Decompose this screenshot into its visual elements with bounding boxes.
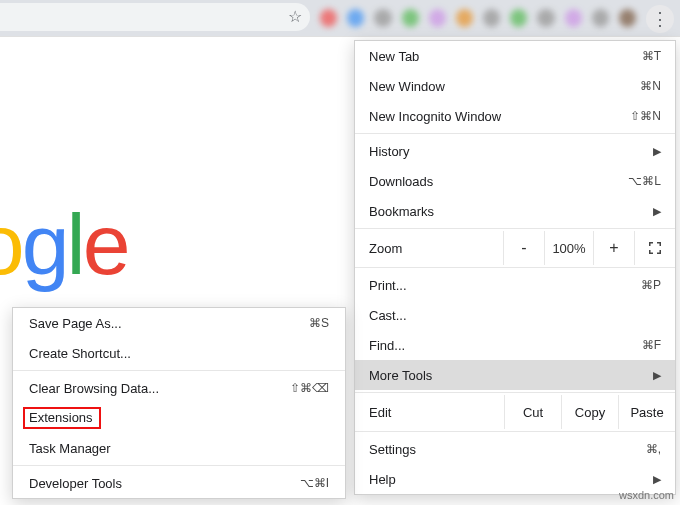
- menu-downloads[interactable]: Downloads ⌥⌘L: [355, 166, 675, 196]
- menu-item-label: History: [369, 144, 653, 159]
- menu-separator: [355, 431, 675, 432]
- menu-item-accel: ⌘,: [646, 442, 661, 456]
- edit-cut-button[interactable]: Cut: [504, 395, 561, 429]
- extension-icon[interactable]: [429, 9, 446, 27]
- extension-icon[interactable]: [320, 9, 337, 27]
- submenu-caret-icon: ▶: [653, 145, 661, 158]
- menu-separator: [355, 267, 675, 268]
- menu-item-accel: ⌘F: [642, 338, 661, 352]
- menu-item-label: Developer Tools: [29, 476, 300, 491]
- menu-new-window[interactable]: New Window ⌘N: [355, 71, 675, 101]
- submenu-developer-tools[interactable]: Developer Tools ⌥⌘I: [13, 468, 345, 498]
- extension-icon[interactable]: [374, 9, 391, 27]
- menu-item-label: Cast...: [369, 308, 661, 323]
- extension-icon[interactable]: [347, 9, 364, 27]
- chrome-main-menu: New Tab ⌘T New Window ⌘N New Incognito W…: [354, 40, 676, 495]
- menu-item-label: Help: [369, 472, 653, 487]
- extensions-strip: [320, 6, 636, 30]
- edit-paste-button[interactable]: Paste: [618, 395, 675, 429]
- fullscreen-button[interactable]: [634, 231, 675, 265]
- menu-item-label: Extensions: [29, 407, 329, 429]
- menu-separator: [355, 228, 675, 229]
- menu-cast[interactable]: Cast...: [355, 300, 675, 330]
- menu-item-label: New Incognito Window: [369, 109, 630, 124]
- menu-item-accel: ⌘T: [642, 49, 661, 63]
- menu-separator: [355, 133, 675, 134]
- extension-icon[interactable]: [483, 9, 500, 27]
- kebab-icon: ⋮: [651, 10, 669, 28]
- menu-history[interactable]: History ▶: [355, 136, 675, 166]
- submenu-caret-icon: ▶: [653, 205, 661, 218]
- extensions-highlight-box: Extensions: [23, 407, 101, 429]
- menu-separator: [13, 465, 345, 466]
- zoom-in-button[interactable]: +: [593, 231, 634, 265]
- watermark-text: wsxdn.com: [619, 489, 674, 501]
- extension-icon[interactable]: [402, 9, 419, 27]
- google-logo: oogle: [0, 195, 127, 294]
- extension-icon[interactable]: [456, 9, 473, 27]
- menu-item-label: Downloads: [369, 174, 628, 189]
- menu-item-label: Bookmarks: [369, 204, 653, 219]
- extension-icon[interactable]: [510, 9, 527, 27]
- menu-item-label: Save Page As...: [29, 316, 309, 331]
- menu-more-tools[interactable]: More Tools ▶: [355, 360, 675, 390]
- menu-item-label: Find...: [369, 338, 642, 353]
- zoom-out-button[interactable]: -: [503, 231, 544, 265]
- extension-icon[interactable]: [537, 9, 554, 27]
- zoom-value: 100%: [544, 231, 593, 265]
- edit-label: Edit: [355, 395, 504, 429]
- submenu-create-shortcut[interactable]: Create Shortcut...: [13, 338, 345, 368]
- menu-item-label: Settings: [369, 442, 646, 457]
- menu-print[interactable]: Print... ⌘P: [355, 270, 675, 300]
- menu-item-accel: ⌥⌘I: [300, 476, 329, 490]
- menu-item-accel: ⌘S: [309, 316, 329, 330]
- menu-item-label: Create Shortcut...: [29, 346, 329, 361]
- browser-toolbar: ☆ ⋮: [0, 0, 680, 37]
- submenu-caret-icon: ▶: [653, 369, 661, 382]
- menu-item-label: Task Manager: [29, 441, 329, 456]
- submenu-clear-browsing-data[interactable]: Clear Browsing Data... ⇧⌘⌫: [13, 373, 345, 403]
- menu-item-accel: ⌘P: [641, 278, 661, 292]
- submenu-save-page[interactable]: Save Page As... ⌘S: [13, 308, 345, 338]
- menu-settings[interactable]: Settings ⌘,: [355, 434, 675, 464]
- bookmark-star-icon[interactable]: ☆: [288, 7, 302, 26]
- more-tools-submenu: Save Page As... ⌘S Create Shortcut... Cl…: [12, 307, 346, 499]
- menu-find[interactable]: Find... ⌘F: [355, 330, 675, 360]
- extension-icon[interactable]: [592, 9, 609, 27]
- submenu-task-manager[interactable]: Task Manager: [13, 433, 345, 463]
- extension-icon[interactable]: [565, 9, 582, 27]
- menu-bookmarks[interactable]: Bookmarks ▶: [355, 196, 675, 226]
- submenu-extensions[interactable]: Extensions: [13, 403, 345, 433]
- address-bar[interactable]: ☆: [0, 3, 310, 31]
- menu-item-accel: ⌘N: [640, 79, 661, 93]
- menu-item-label: Print...: [369, 278, 641, 293]
- submenu-caret-icon: ▶: [653, 473, 661, 486]
- menu-item-accel: ⇧⌘⌫: [290, 381, 329, 395]
- menu-item-accel: ⌥⌘L: [628, 174, 661, 188]
- menu-item-accel: ⇧⌘N: [630, 109, 661, 123]
- zoom-label: Zoom: [355, 231, 503, 265]
- menu-item-label: New Tab: [369, 49, 642, 64]
- extension-icon[interactable]: [619, 9, 636, 27]
- fullscreen-icon: [648, 241, 662, 255]
- menu-item-label: Clear Browsing Data...: [29, 381, 290, 396]
- menu-new-tab[interactable]: New Tab ⌘T: [355, 41, 675, 71]
- menu-separator: [13, 370, 345, 371]
- menu-item-label: New Window: [369, 79, 640, 94]
- menu-item-label: More Tools: [369, 368, 653, 383]
- chrome-menu-button[interactable]: ⋮: [646, 5, 674, 33]
- menu-edit: Edit Cut Copy Paste: [355, 395, 675, 429]
- menu-separator: [355, 392, 675, 393]
- menu-zoom: Zoom - 100% +: [355, 231, 675, 265]
- edit-copy-button[interactable]: Copy: [561, 395, 618, 429]
- menu-incognito[interactable]: New Incognito Window ⇧⌘N: [355, 101, 675, 131]
